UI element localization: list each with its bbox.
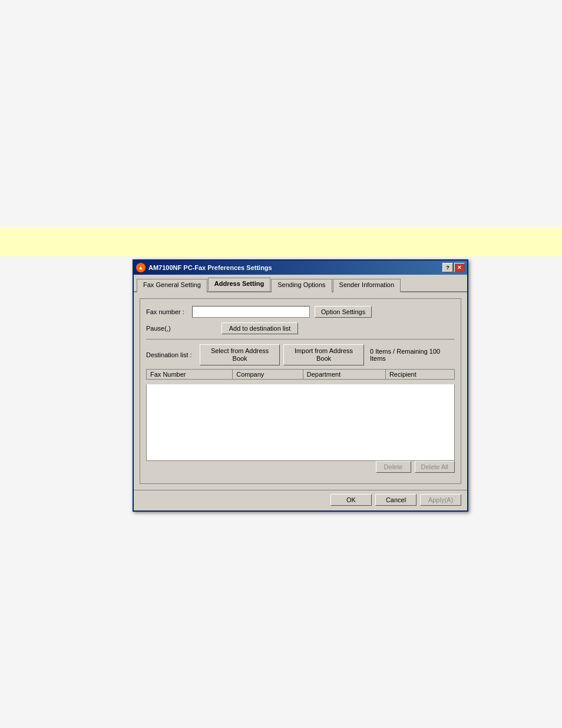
fax-number-label: Fax number :	[146, 308, 187, 315]
fax-number-input[interactable]	[192, 306, 310, 318]
title-buttons: ? ✕	[442, 263, 465, 272]
delete-button[interactable]: Delete	[376, 461, 411, 473]
pause-label: Pause(,)	[146, 325, 187, 332]
col-fax-number: Fax Number	[147, 370, 233, 380]
table-body-area	[146, 384, 455, 461]
inner-panel: Fax number : Option Settings Pause(,) Ad…	[140, 298, 461, 484]
dialog-content: Fax number : Option Settings Pause(,) Ad…	[134, 292, 467, 490]
dialog-window: ▲ AM7100NF PC-Fax Preferences Settings ?…	[133, 259, 468, 512]
tab-sender-information[interactable]: Sender Information	[333, 279, 401, 292]
dialog-title: AM7100NF PC-Fax Preferences Settings	[148, 264, 272, 271]
option-settings-button[interactable]: Option Settings	[315, 306, 372, 318]
destination-list-row: Destination list : Select from Address B…	[146, 344, 455, 365]
col-recipient: Recipient	[385, 370, 454, 380]
app-icon: ▲	[136, 263, 146, 272]
close-button[interactable]: ✕	[454, 263, 465, 272]
col-company: Company	[233, 370, 303, 380]
separator	[146, 339, 455, 340]
col-department: Department	[303, 370, 385, 380]
cancel-button[interactable]: Cancel	[375, 494, 416, 506]
pause-row: Pause(,) Add to destination list	[146, 322, 455, 334]
ok-button[interactable]: OK	[330, 494, 372, 506]
delete-all-button[interactable]: Delete All	[415, 461, 455, 473]
dialog-footer: OK Cancel Apply(A)	[134, 490, 467, 510]
fax-number-row: Fax number : Option Settings	[146, 306, 455, 318]
apply-button[interactable]: Apply(A)	[420, 494, 461, 506]
items-info: 0 Items / Remaining 100 Items	[370, 348, 455, 362]
destination-table: Fax Number Company Department Recipient	[146, 369, 455, 380]
tab-fax-general-setting[interactable]: Fax General Setting	[137, 279, 207, 292]
yellow-bar	[0, 227, 562, 256]
delete-row: Delete Delete All	[146, 461, 455, 473]
import-from-address-book-button[interactable]: Import from Address Book	[283, 344, 364, 365]
tab-address-setting[interactable]: Address Setting	[208, 278, 270, 291]
add-to-destination-button[interactable]: Add to destination list	[222, 322, 298, 334]
tab-sending-options[interactable]: Sending Options	[271, 279, 332, 292]
select-from-address-book-button[interactable]: Select from Address Book	[200, 344, 280, 365]
title-bar-left: ▲ AM7100NF PC-Fax Preferences Settings	[136, 263, 272, 272]
title-bar: ▲ AM7100NF PC-Fax Preferences Settings ?…	[134, 261, 467, 275]
destination-list-label: Destination list :	[146, 351, 196, 358]
help-button[interactable]: ?	[442, 263, 453, 272]
tab-bar: Fax General Setting Address Setting Send…	[134, 275, 467, 292]
